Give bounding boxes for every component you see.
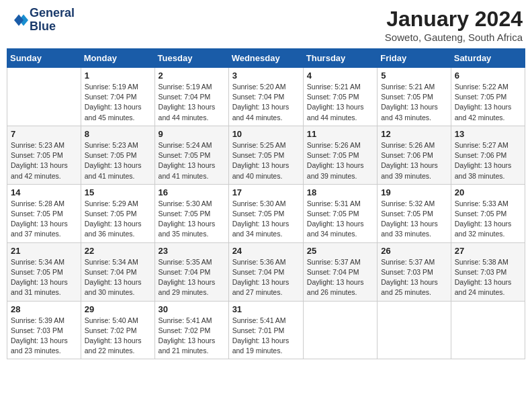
day-number: 17	[232, 187, 300, 197]
day-number: 8	[85, 129, 151, 139]
day-info: Sunrise: 5:26 AM Sunset: 7:06 PM Dayligh…	[381, 140, 447, 181]
weekday-header: Monday	[81, 49, 154, 68]
calendar-cell: 20Sunrise: 5:33 AM Sunset: 7:05 PM Dayli…	[451, 184, 525, 242]
day-info: Sunrise: 5:20 AM Sunset: 7:04 PM Dayligh…	[232, 82, 300, 123]
day-number: 12	[381, 129, 447, 139]
calendar-cell: 23Sunrise: 5:35 AM Sunset: 7:04 PM Dayli…	[154, 242, 228, 301]
calendar-cell: 17Sunrise: 5:30 AM Sunset: 7:05 PM Dayli…	[228, 184, 303, 242]
day-info: Sunrise: 5:26 AM Sunset: 7:05 PM Dayligh…	[307, 140, 373, 181]
day-info: Sunrise: 5:28 AM Sunset: 7:05 PM Dayligh…	[11, 199, 77, 240]
day-number: 19	[381, 187, 447, 197]
day-info: Sunrise: 5:38 AM Sunset: 7:03 PM Dayligh…	[455, 257, 521, 298]
day-info: Sunrise: 5:36 AM Sunset: 7:04 PM Dayligh…	[232, 257, 300, 298]
calendar-cell: 18Sunrise: 5:31 AM Sunset: 7:05 PM Dayli…	[303, 184, 377, 242]
calendar-cell: 29Sunrise: 5:40 AM Sunset: 7:02 PM Dayli…	[81, 301, 154, 359]
day-info: Sunrise: 5:30 AM Sunset: 7:05 PM Dayligh…	[232, 199, 300, 240]
day-number: 15	[85, 187, 151, 197]
day-info: Sunrise: 5:25 AM Sunset: 7:05 PM Dayligh…	[232, 140, 300, 181]
day-info: Sunrise: 5:32 AM Sunset: 7:05 PM Dayligh…	[381, 199, 447, 240]
calendar-cell: 25Sunrise: 5:37 AM Sunset: 7:04 PM Dayli…	[303, 242, 377, 301]
day-info: Sunrise: 5:41 AM Sunset: 7:01 PM Dayligh…	[232, 316, 300, 357]
page-header: General Blue January 2024 Soweto, Gauten…	[7, 7, 525, 43]
day-number: 30	[159, 304, 225, 314]
calendar-week-row: 1Sunrise: 5:19 AM Sunset: 7:04 PM Daylig…	[7, 68, 525, 126]
calendar-cell: 14Sunrise: 5:28 AM Sunset: 7:05 PM Dayli…	[7, 184, 81, 242]
day-number: 27	[455, 246, 521, 256]
day-info: Sunrise: 5:37 AM Sunset: 7:04 PM Dayligh…	[307, 257, 373, 298]
day-info: Sunrise: 5:40 AM Sunset: 7:02 PM Dayligh…	[85, 316, 151, 357]
day-number: 20	[455, 187, 521, 197]
calendar-cell: 10Sunrise: 5:25 AM Sunset: 7:05 PM Dayli…	[228, 126, 303, 184]
calendar-week-row: 14Sunrise: 5:28 AM Sunset: 7:05 PM Dayli…	[7, 184, 525, 242]
day-number: 18	[307, 187, 373, 197]
day-number: 11	[307, 129, 373, 139]
day-info: Sunrise: 5:34 AM Sunset: 7:05 PM Dayligh…	[11, 257, 77, 298]
day-info: Sunrise: 5:24 AM Sunset: 7:05 PM Dayligh…	[159, 140, 225, 181]
weekday-header: Wednesday	[228, 49, 303, 68]
day-number: 10	[232, 129, 300, 139]
calendar-cell: 27Sunrise: 5:38 AM Sunset: 7:03 PM Dayli…	[451, 242, 525, 301]
day-number: 14	[11, 187, 77, 197]
day-info: Sunrise: 5:33 AM Sunset: 7:05 PM Dayligh…	[455, 199, 521, 240]
calendar-cell: 31Sunrise: 5:41 AM Sunset: 7:01 PM Dayli…	[228, 301, 303, 359]
day-info: Sunrise: 5:41 AM Sunset: 7:02 PM Dayligh…	[159, 316, 225, 357]
day-info: Sunrise: 5:23 AM Sunset: 7:05 PM Dayligh…	[85, 140, 151, 181]
calendar-week-row: 21Sunrise: 5:34 AM Sunset: 7:05 PM Dayli…	[7, 242, 525, 301]
calendar-cell: 3Sunrise: 5:20 AM Sunset: 7:04 PM Daylig…	[228, 68, 303, 126]
day-number: 21	[11, 246, 77, 256]
calendar-week-row: 28Sunrise: 5:39 AM Sunset: 7:03 PM Dayli…	[7, 301, 525, 359]
calendar-cell: 11Sunrise: 5:26 AM Sunset: 7:05 PM Dayli…	[303, 126, 377, 184]
day-info: Sunrise: 5:27 AM Sunset: 7:06 PM Dayligh…	[455, 140, 521, 181]
day-info: Sunrise: 5:35 AM Sunset: 7:04 PM Dayligh…	[159, 257, 225, 298]
day-number: 6	[455, 71, 521, 81]
calendar-cell: 2Sunrise: 5:19 AM Sunset: 7:04 PM Daylig…	[154, 68, 228, 126]
day-info: Sunrise: 5:19 AM Sunset: 7:04 PM Dayligh…	[85, 82, 151, 123]
calendar-cell: 22Sunrise: 5:34 AM Sunset: 7:04 PM Dayli…	[81, 242, 154, 301]
day-number: 26	[381, 246, 447, 256]
calendar-cell: 4Sunrise: 5:21 AM Sunset: 7:05 PM Daylig…	[303, 68, 377, 126]
calendar-cell: 24Sunrise: 5:36 AM Sunset: 7:04 PM Dayli…	[228, 242, 303, 301]
calendar-cell: 9Sunrise: 5:24 AM Sunset: 7:05 PM Daylig…	[154, 126, 228, 184]
weekday-header: Thursday	[303, 49, 377, 68]
day-number: 9	[159, 129, 225, 139]
calendar-cell: 1Sunrise: 5:19 AM Sunset: 7:04 PM Daylig…	[81, 68, 154, 126]
day-number: 22	[85, 246, 151, 256]
day-number: 29	[85, 304, 151, 314]
day-info: Sunrise: 5:34 AM Sunset: 7:04 PM Dayligh…	[85, 257, 151, 298]
logo-icon	[9, 11, 28, 30]
day-number: 25	[307, 246, 373, 256]
calendar-cell: 19Sunrise: 5:32 AM Sunset: 7:05 PM Dayli…	[378, 184, 451, 242]
day-info: Sunrise: 5:23 AM Sunset: 7:05 PM Dayligh…	[11, 140, 77, 181]
calendar-cell: 21Sunrise: 5:34 AM Sunset: 7:05 PM Dayli…	[7, 242, 81, 301]
day-info: Sunrise: 5:30 AM Sunset: 7:05 PM Dayligh…	[159, 199, 225, 240]
weekday-header-row: SundayMondayTuesdayWednesdayThursdayFrid…	[7, 49, 525, 68]
day-info: Sunrise: 5:37 AM Sunset: 7:03 PM Dayligh…	[381, 257, 447, 298]
day-info: Sunrise: 5:22 AM Sunset: 7:05 PM Dayligh…	[455, 82, 521, 123]
calendar-cell	[7, 68, 81, 126]
day-number: 2	[159, 71, 225, 81]
logo: General Blue	[9, 7, 75, 34]
weekday-header: Tuesday	[154, 49, 228, 68]
weekday-header: Saturday	[451, 49, 525, 68]
location: Soweto, Gauteng, South Africa	[385, 32, 523, 43]
calendar-cell	[378, 301, 451, 359]
title-block: January 2024 Soweto, Gauteng, South Afri…	[385, 7, 523, 43]
day-number: 7	[11, 129, 77, 139]
logo-line1: General	[30, 7, 75, 20]
day-number: 23	[159, 246, 225, 256]
day-info: Sunrise: 5:19 AM Sunset: 7:04 PM Dayligh…	[159, 82, 225, 123]
calendar-cell: 8Sunrise: 5:23 AM Sunset: 7:05 PM Daylig…	[81, 126, 154, 184]
calendar-cell: 26Sunrise: 5:37 AM Sunset: 7:03 PM Dayli…	[378, 242, 451, 301]
calendar-cell	[451, 301, 525, 359]
weekday-header: Sunday	[7, 49, 81, 68]
month-title: January 2024	[385, 7, 523, 32]
day-number: 5	[381, 71, 447, 81]
day-info: Sunrise: 5:31 AM Sunset: 7:05 PM Dayligh…	[307, 199, 373, 240]
calendar-cell: 28Sunrise: 5:39 AM Sunset: 7:03 PM Dayli…	[7, 301, 81, 359]
calendar-cell: 30Sunrise: 5:41 AM Sunset: 7:02 PM Dayli…	[154, 301, 228, 359]
calendar-table: SundayMondayTuesdayWednesdayThursdayFrid…	[7, 48, 525, 359]
calendar-week-row: 7Sunrise: 5:23 AM Sunset: 7:05 PM Daylig…	[7, 126, 525, 184]
calendar-cell: 7Sunrise: 5:23 AM Sunset: 7:05 PM Daylig…	[7, 126, 81, 184]
day-info: Sunrise: 5:21 AM Sunset: 7:05 PM Dayligh…	[381, 82, 447, 123]
weekday-header: Friday	[378, 49, 451, 68]
